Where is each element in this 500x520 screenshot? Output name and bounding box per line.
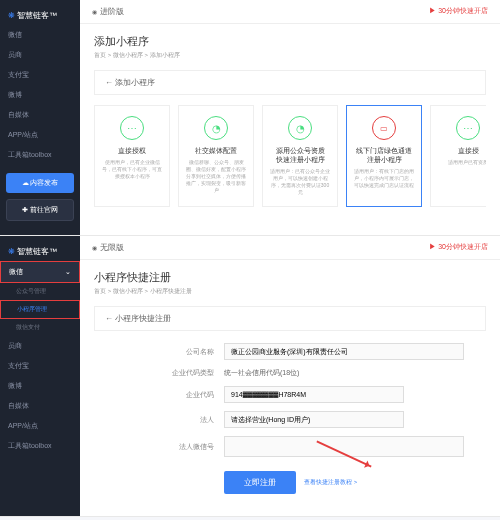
social-icon [204, 116, 228, 140]
nav-app[interactable]: APP/站点 [0, 416, 80, 436]
label-code-type: 企业代码类型 [94, 368, 224, 378]
quick-link[interactable]: ▶ 30分钟快速开店 [429, 242, 488, 253]
nav-sub-miniapp[interactable]: 小程序管理 [0, 300, 80, 319]
label-company: 公司名称 [94, 347, 224, 357]
card-offline-store[interactable]: 线下门店绿色通道 注册小程序 适用用户：有线下门店的用户，小程序内可展示门店，可… [346, 105, 422, 207]
nav-media[interactable]: 自媒体 [0, 105, 80, 125]
nav-weibo[interactable]: 微博 [0, 85, 80, 105]
sidebar-top: 智慧链客™ 微信 员商 支付宝 微博 自媒体 APP/站点 工具箱toolbox… [0, 0, 80, 235]
quick-link[interactable]: ▶ 30分钟快速开店 [429, 6, 488, 17]
card-list: 直接授权 使用用户，已有企业微信号，已有线下小程序，可直接授权本小程序 社交媒体… [94, 105, 486, 207]
nav-merchant[interactable]: 员商 [0, 45, 80, 65]
logo: 智慧链客™ [0, 6, 80, 25]
store-icon [372, 116, 396, 140]
nav-sub-pay[interactable]: 微信支付 [0, 319, 80, 336]
card-partial[interactable]: 直接授 适用用户已有资质 [430, 105, 486, 207]
nav-toolbox[interactable]: 工具箱toolbox [0, 145, 80, 165]
input-legal[interactable] [224, 411, 404, 428]
auth-icon [120, 116, 144, 140]
submit-button[interactable]: 立即注册 [224, 471, 296, 494]
version-tab[interactable]: 进阶版 [92, 6, 124, 17]
nav-alipay[interactable]: 支付宝 [0, 65, 80, 85]
help-link[interactable]: 查看快捷注册教程 > [304, 478, 357, 487]
nav-merchant[interactable]: 员商 [0, 336, 80, 356]
nav-sub-mp[interactable]: 公众号管理 [0, 283, 80, 300]
nav-toolbox[interactable]: 工具箱toolbox [0, 436, 80, 456]
card-mp-register[interactable]: 源用公众号资质 快速注册小程序 适用用户：已有公众号企业用户，可以快速创建小程序… [262, 105, 338, 207]
breadcrumb: 首页 > 微信小程序 > 小程序快捷注册 [94, 287, 486, 296]
label-code: 企业代码 [94, 390, 224, 400]
input-company[interactable] [224, 343, 464, 360]
main-top: 进阶版 ▶ 30分钟快速开店 添加小程序 首页 > 微信小程序 > 添加小程序 … [80, 0, 500, 235]
breadcrumb: 首页 > 微信小程序 > 添加小程序 [94, 51, 486, 60]
label-legal: 法人 [94, 415, 224, 425]
value-code-type: 统一社会信用代码(18位) [224, 368, 486, 378]
website-button[interactable]: ✚ 前往官网 [6, 199, 74, 221]
main-bottom: 无限版 ▶ 30分钟快速开店 小程序快捷注册 首页 > 微信小程序 > 小程序快… [80, 236, 500, 516]
input-code[interactable] [224, 386, 404, 403]
nav-app[interactable]: APP/站点 [0, 125, 80, 145]
partial-icon [456, 116, 480, 140]
card-social[interactable]: 社交媒体配置 微信群聊、公众号、朋友圈、微信好友，配置小程序分享到社交媒体，方便… [178, 105, 254, 207]
back-link[interactable]: ← 添加小程序 [94, 70, 486, 95]
nav-wechat-active[interactable]: 微信⌄ [0, 261, 80, 283]
card-direct-auth[interactable]: 直接授权 使用用户，已有企业微信号，已有线下小程序，可直接授权本小程序 [94, 105, 170, 207]
label-wechat-id: 法人微信号 [94, 442, 224, 452]
nav-weibo[interactable]: 微博 [0, 376, 80, 396]
chevron-down-icon: ⌄ [65, 268, 71, 276]
nav-media[interactable]: 自媒体 [0, 396, 80, 416]
back-link[interactable]: ← 小程序快捷注册 [94, 306, 486, 331]
sidebar-bottom: 智慧链客™ 微信⌄ 公众号管理 小程序管理 微信支付 员商 支付宝 微博 自媒体… [0, 236, 80, 516]
page-title: 添加小程序 [94, 34, 486, 49]
mp-icon [288, 116, 312, 140]
publish-button[interactable]: ☁ 内容发布 [6, 173, 74, 193]
version-tab[interactable]: 无限版 [92, 242, 124, 253]
page-title: 小程序快捷注册 [94, 270, 486, 285]
register-form: 公司名称 企业代码类型 统一社会信用代码(18位) 企业代码 法人 法人微信号 [94, 343, 486, 494]
nav-alipay[interactable]: 支付宝 [0, 356, 80, 376]
logo: 智慧链客™ [0, 242, 80, 261]
nav-wechat[interactable]: 微信 [0, 25, 80, 45]
